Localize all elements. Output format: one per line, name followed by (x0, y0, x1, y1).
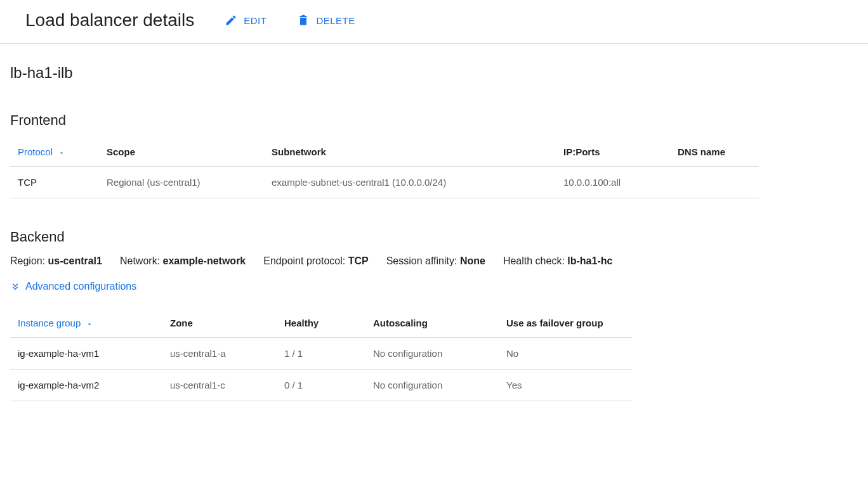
col-protocol[interactable]: Protocol (10, 139, 99, 167)
meta-health: Health check: lb-ha1-hc (503, 255, 613, 267)
double-chevron-down-icon (10, 281, 20, 292)
delete-button-label: DELETE (316, 15, 355, 26)
frontend-header-row: Protocol Scope Subnetwork IP:Ports DNS n… (10, 139, 759, 167)
cell-zone: us-central1-a (162, 338, 277, 370)
sort-up-icon (58, 149, 65, 157)
col-healthy[interactable]: Healthy (277, 310, 365, 338)
meta-affinity-label: Session affinity: (386, 255, 460, 266)
frontend-table: Protocol Scope Subnetwork IP:Ports DNS n… (10, 139, 759, 198)
delete-button[interactable]: DELETE (297, 14, 355, 27)
page-title: Load balancer details (25, 10, 194, 30)
advanced-configurations-toggle[interactable]: Advanced configurations (10, 281, 136, 292)
cell-protocol: TCP (10, 167, 99, 198)
cell-ip-ports: 10.0.0.100:all (556, 167, 670, 198)
cell-autoscaling: No configuration (365, 338, 499, 370)
col-zone[interactable]: Zone (162, 310, 277, 338)
cell-autoscaling: No configuration (365, 370, 499, 401)
meta-endpoint-label: Endpoint protocol: (263, 255, 348, 266)
cell-scope: Regional (us-central1) (99, 167, 264, 198)
table-row: TCP Regional (us-central1) example-subne… (10, 167, 759, 198)
col-autoscaling[interactable]: Autoscaling (365, 310, 499, 338)
advanced-configurations-label: Advanced configurations (25, 281, 136, 292)
frontend-section-title: Frontend (10, 112, 858, 129)
sort-up-icon (86, 320, 93, 328)
cell-healthy: 1 / 1 (277, 338, 365, 370)
cell-healthy: 0 / 1 (277, 370, 365, 401)
cell-failover: Yes (499, 370, 632, 401)
meta-network-label: Network: (120, 255, 163, 266)
meta-health-label: Health check: (503, 255, 567, 266)
cell-subnetwork: example-subnet-us-central1 (10.0.0.0/24) (264, 167, 556, 198)
pencil-icon (225, 14, 237, 27)
col-ip-ports[interactable]: IP:Ports (556, 139, 670, 167)
resource-name: lb-ha1-ilb (10, 64, 858, 82)
content: lb-ha1-ilb Frontend Protocol Scope Subne… (0, 44, 868, 411)
col-instance-group[interactable]: Instance group (10, 310, 162, 338)
cell-failover: No (499, 338, 632, 370)
cell-instance-group: ig-example-ha-vm2 (10, 370, 162, 401)
backend-section-title: Backend (10, 229, 858, 245)
backend-header-row: Instance group Zone Healthy Autoscaling … (10, 310, 632, 338)
backend-meta: Region: us-central1 Network: example-net… (10, 255, 858, 267)
meta-region-label: Region: (10, 255, 48, 266)
table-row: ig-example-ha-vm1 us-central1-a 1 / 1 No… (10, 338, 632, 370)
meta-endpoint: Endpoint protocol: TCP (263, 255, 368, 267)
header-bar: Load balancer details EDIT DELETE (0, 0, 868, 44)
cell-zone: us-central1-c (162, 370, 277, 401)
meta-region-value: us-central1 (48, 255, 102, 266)
meta-region: Region: us-central1 (10, 255, 102, 267)
col-protocol-label: Protocol (18, 146, 53, 157)
col-instance-group-label: Instance group (18, 318, 81, 328)
col-failover[interactable]: Use as failover group (499, 310, 632, 338)
col-dns-name[interactable]: DNS name (670, 139, 759, 167)
meta-affinity-value: None (460, 255, 485, 266)
meta-affinity: Session affinity: None (386, 255, 485, 267)
meta-endpoint-value: TCP (348, 255, 369, 266)
meta-network: Network: example-network (120, 255, 246, 267)
col-subnetwork[interactable]: Subnetwork (264, 139, 556, 167)
backend-table: Instance group Zone Healthy Autoscaling … (10, 310, 632, 401)
cell-instance-group: ig-example-ha-vm1 (10, 338, 162, 370)
meta-network-value: example-network (163, 255, 246, 266)
edit-button[interactable]: EDIT (225, 14, 266, 27)
table-row: ig-example-ha-vm2 us-central1-c 0 / 1 No… (10, 370, 632, 401)
trash-icon (297, 14, 310, 27)
cell-dns-name (670, 167, 759, 198)
edit-button-label: EDIT (244, 15, 266, 26)
meta-health-value: lb-ha1-hc (567, 255, 612, 266)
col-scope[interactable]: Scope (99, 139, 264, 167)
